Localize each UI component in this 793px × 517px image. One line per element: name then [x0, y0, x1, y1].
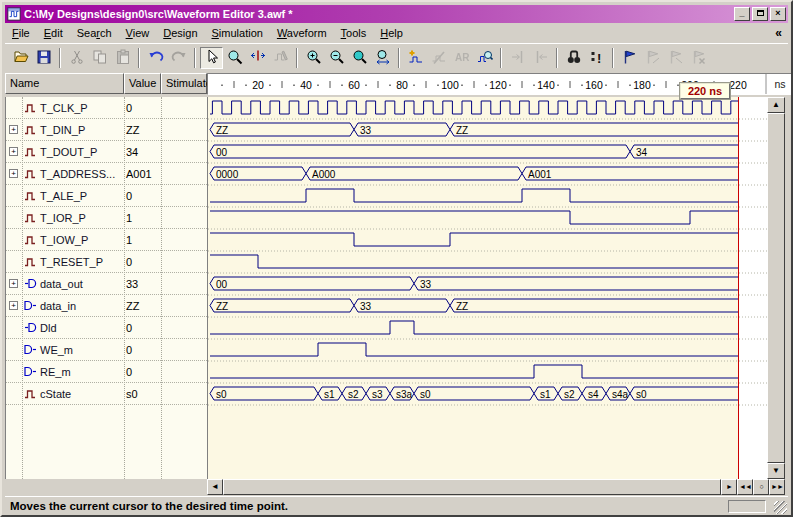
menu-tools[interactable]: Tools: [334, 25, 374, 41]
signal-row-t-ior-p[interactable]: T_IOR_P 1: [6, 207, 207, 229]
toolbar-add-signals-button[interactable]: [404, 47, 427, 69]
center-cursor-button[interactable]: ○: [753, 479, 769, 495]
column-header-value[interactable]: Value: [124, 73, 161, 94]
toolbar-overflow-chevron[interactable]: «: [775, 26, 788, 40]
menu-file[interactable]: File: [5, 25, 37, 41]
scroll-right-button[interactable]: ►: [721, 479, 737, 495]
svg-text:s3a: s3a: [396, 389, 413, 400]
zoom-out-icon: [329, 49, 345, 67]
menu-simulation[interactable]: Simulation: [205, 25, 270, 41]
waveform-signal-icon: [24, 146, 37, 157]
add-signals-icon: [408, 49, 424, 67]
signal-row-t-dout-p[interactable]: + T_DOUT_P 34: [6, 141, 207, 163]
signal-row-cstate[interactable]: cState s0: [6, 383, 207, 405]
toolbar-zoom-mode-button[interactable]: [223, 47, 246, 69]
toolbar-set-bookmark-button[interactable]: [618, 47, 641, 69]
expand-toggle[interactable]: +: [9, 147, 18, 156]
signal-row-re-m[interactable]: RE_m 0: [6, 361, 207, 383]
signal-value: A001: [126, 168, 152, 180]
title-bar[interactable]: C:\My Designs\design0\src\Waveform Edito…: [5, 5, 788, 23]
svg-text:s0: s0: [420, 389, 431, 400]
svg-text:40: 40: [300, 79, 312, 91]
waveform-panel: ZZ33ZZ00340000A000A0010033ZZ33ZZs0s1s2s3…: [207, 97, 767, 479]
toolbar: AR!: [5, 43, 788, 72]
scroll-left-button[interactable]: ◄: [207, 479, 223, 495]
expand-toggle[interactable]: +: [9, 301, 18, 310]
resize-grip[interactable]: [774, 501, 787, 514]
signal-row-t-ale-p[interactable]: T_ALE_P 0: [6, 185, 207, 207]
toolbar-find-button[interactable]: [562, 47, 585, 69]
expand-toggle[interactable]: +: [9, 279, 18, 288]
signal-row-t-address-[interactable]: + T_ADDRESS... A001: [6, 163, 207, 185]
toolbar-zoom-in-button[interactable]: [302, 47, 325, 69]
signal-row-we-m[interactable]: WE_m 0: [6, 339, 207, 361]
signal-value: 0: [126, 102, 132, 114]
signal-row-t-din-p[interactable]: + T_DIN_P ZZ: [6, 119, 207, 141]
signal-row-t-clk-p[interactable]: T_CLK_P 0: [6, 97, 207, 119]
vertical-scroll-thumb[interactable]: [767, 113, 785, 463]
signal-name: data_in: [40, 300, 76, 312]
toolbar-open-button[interactable]: [9, 47, 32, 69]
undo-icon: [148, 49, 164, 67]
toolbar-separator: [556, 48, 558, 68]
toolbar-undo-button[interactable]: [144, 47, 167, 69]
svg-text:180: 180: [633, 79, 651, 91]
scroll-up-button[interactable]: ▲: [767, 97, 785, 113]
main-area: T_CLK_P 0+ T_DIN_P ZZ+ T_DOUT_P 34+ T_AD…: [5, 97, 792, 479]
maximize-button[interactable]: [752, 7, 768, 21]
scroll-down-button[interactable]: ▼: [767, 463, 785, 479]
expand-toggle[interactable]: +: [9, 169, 18, 178]
toolbar-clear-bookmark-button: [687, 47, 710, 69]
signal-row-dld[interactable]: Dld 0: [6, 317, 207, 339]
toolbar-search-signals-button[interactable]: [473, 47, 496, 69]
status-text: Moves the current cursor to the desired …: [5, 500, 728, 512]
close-button[interactable]: ×: [770, 7, 786, 21]
menu-search[interactable]: Search: [70, 25, 119, 41]
minimize-button[interactable]: _: [734, 7, 750, 21]
horizontal-scrollbar[interactable]: ◄ ►◄◄○►►: [207, 479, 785, 495]
menu-help[interactable]: Help: [373, 25, 410, 41]
menu-edit[interactable]: Edit: [37, 25, 70, 41]
signal-value: 1: [126, 234, 132, 246]
toolbar-zoom-full-button[interactable]: [348, 47, 371, 69]
signal-row-data-in[interactable]: + data_in ZZ: [6, 295, 207, 317]
svg-text:s3: s3: [372, 389, 383, 400]
expand-toggle[interactable]: +: [9, 125, 18, 134]
vertical-scrollbar[interactable]: ▲ ▼: [767, 97, 785, 479]
svg-text:160: 160: [585, 79, 603, 91]
svg-text:ZZ: ZZ: [456, 301, 468, 312]
menu-waveform[interactable]: Waveform: [270, 25, 334, 41]
next-edge-button[interactable]: ►►: [769, 479, 785, 495]
set-bookmark-icon: [622, 49, 638, 67]
toolbar-zoom-out-button[interactable]: [325, 47, 348, 69]
svg-text:33: 33: [420, 279, 432, 290]
column-header-stimulator[interactable]: Stimulator: [161, 73, 207, 94]
window-title: C:\My Designs\design0\src\Waveform Edito…: [24, 8, 732, 20]
signal-row-t-iow-p[interactable]: T_IOW_P 1: [6, 229, 207, 251]
toolbar-goto-time-button[interactable]: !: [585, 47, 608, 69]
measure-2-icon: [668, 49, 684, 67]
toolbar-time-cursor-mode-button[interactable]: [246, 47, 269, 69]
svg-text:s4: s4: [588, 389, 599, 400]
svg-text:ns: ns: [774, 78, 785, 90]
svg-text:s1: s1: [540, 389, 551, 400]
app-icon: [7, 7, 21, 21]
toolbar-zoom-fit-button[interactable]: [371, 47, 394, 69]
toolbar-save-button[interactable]: [32, 47, 55, 69]
signal-name: T_ALE_P: [40, 190, 87, 202]
menu-view[interactable]: View: [119, 25, 157, 41]
prev-edge-button[interactable]: ◄◄: [737, 479, 753, 495]
signal-row-data-out[interactable]: + data_out 33: [6, 273, 207, 295]
port-icon: [24, 366, 37, 377]
svg-text:100: 100: [441, 79, 459, 91]
cursor-time-tooltip: 220 ns: [680, 83, 730, 99]
toolbar-select-mode-button[interactable]: [200, 47, 223, 69]
column-header-name[interactable]: Name: [5, 73, 124, 94]
signal-row-t-reset-p[interactable]: T_RESET_P 0: [6, 251, 207, 273]
menu-design[interactable]: Design: [156, 25, 204, 41]
zoom-full-icon: [352, 49, 368, 67]
toolbar-shift-left-button: [529, 47, 552, 69]
horizontal-scroll-thumb[interactable]: [223, 479, 721, 495]
waveform-canvas[interactable]: ZZ33ZZ00340000A000A0010033ZZ33ZZs0s1s2s3…: [208, 97, 767, 479]
signal-value: 0: [126, 190, 132, 202]
